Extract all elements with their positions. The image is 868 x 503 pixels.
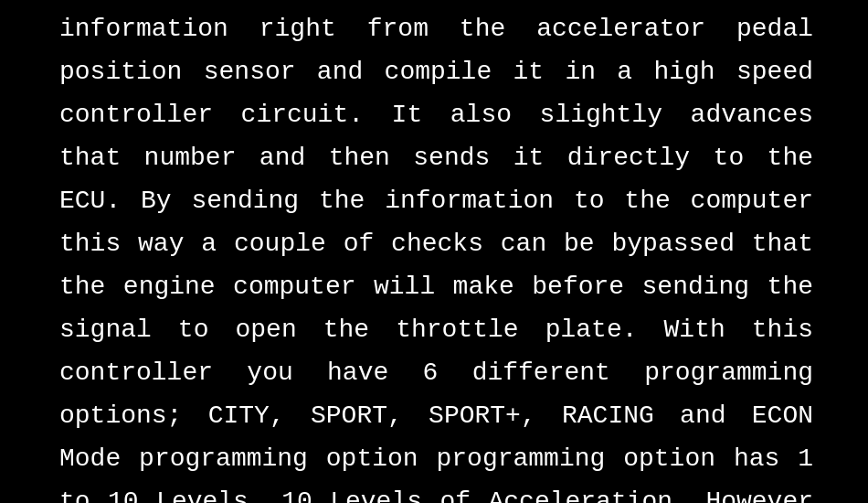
main-text-block: information right from the accelerator p… — [0, 0, 868, 503]
